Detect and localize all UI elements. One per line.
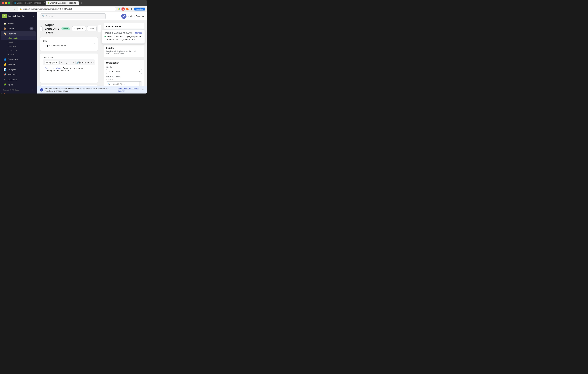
product-header: ← Super awesome jeans Active Duplicate V…: [40, 23, 98, 34]
sidebar-item-online-store-label: Online Store: [8, 93, 20, 94]
apps-icon: 🧩: [3, 83, 6, 86]
view-button[interactable]: View: [87, 26, 97, 31]
link-button[interactable]: 🔗: [76, 60, 79, 65]
sidebar-subitem-all-products[interactable]: All products: [1, 36, 36, 40]
vendor-label: Vendor: [106, 66, 142, 68]
sidebar-item-online-store[interactable]: 🏪 Online Store 👁: [1, 92, 36, 94]
top-bar: 🔍 Search AR Andrew Robbins: [37, 12, 147, 20]
description-editor[interactable]: Aut eos ad labore. Eaque ut consectetur …: [43, 65, 95, 80]
orders-icon: 📦: [3, 27, 6, 30]
search-types-input[interactable]: [111, 82, 139, 86]
code-button[interactable]: <>: [91, 60, 94, 65]
shopify-logo-icon: S: [2, 14, 7, 18]
title-input[interactable]: [43, 43, 95, 48]
browser-tab-license[interactable]: W License ‹ ShopWP Sandbox — Wor…: [12, 1, 45, 5]
close-window-button[interactable]: [2, 2, 4, 4]
popover-title: SALES CHANNELS AND APPS Manage: [105, 32, 142, 34]
sidebar-item-analytics[interactable]: 📊 Analytics: [1, 67, 36, 72]
update-button[interactable]: Update ≡: [134, 8, 145, 10]
more-actions-button[interactable]: More actions ▼: [98, 25, 101, 32]
sidebar-item-apps-label: Apps: [8, 83, 13, 86]
learn-more-link[interactable]: Learn more about store transfer: [118, 88, 141, 92]
user-avatar: AR: [121, 14, 126, 19]
sidebar-item-marketing[interactable]: 📣 Marketing: [1, 72, 36, 77]
address-text: wpstest.myshopify.com/admin/products/446…: [23, 8, 72, 10]
store-name-label: ShopWP Sandbox: [8, 15, 26, 17]
product-page-area: ← Super awesome jeans Active Duplicate V…: [37, 20, 147, 86]
minimize-window-button[interactable]: [5, 2, 7, 4]
table-button[interactable]: ⊞: [84, 60, 86, 65]
add-sales-channel-button[interactable]: +: [32, 89, 33, 91]
editor-link-text: Aut eos ad labore: [45, 67, 62, 69]
back-nav-button[interactable]: ‹: [2, 7, 6, 11]
sidebar-item-apps[interactable]: 🧩 Apps: [1, 82, 36, 87]
address-bar[interactable]: 🔒 wpstest.myshopify.com/admin/products/4…: [18, 7, 116, 11]
store-dropdown-button[interactable]: ▼: [33, 15, 34, 17]
reload-button[interactable]: ↻: [12, 7, 16, 11]
description-field-label: Description: [43, 56, 95, 59]
title-field-label: Title: [43, 40, 95, 42]
extension-icon-gear[interactable]: ⚙: [130, 7, 133, 11]
sidebar-item-orders-label: Orders: [8, 27, 14, 30]
vendor-select[interactable]: Grant Group: [106, 69, 142, 74]
bottom-bar-close-button[interactable]: ×: [142, 88, 144, 91]
sidebar-item-orders[interactable]: 📦 Orders 50: [1, 26, 36, 31]
sidebar-subitem-transfers[interactable]: Transfers: [1, 44, 36, 48]
sidebar-item-products[interactable]: 🏷️ Products: [1, 31, 36, 36]
more-toolbar-button[interactable]: •••: [87, 60, 89, 65]
browser-tab-product[interactable]: S ShopWP Sandbox ~ Products ~ ×: [46, 1, 79, 5]
extension-icon-shield[interactable]: 🔰: [117, 7, 120, 11]
back-button[interactable]: ←: [40, 26, 43, 31]
video-button[interactable]: ▶: [82, 60, 84, 65]
browser-addressbar: ‹ › ↻ 🔒 wpstest.myshopify.com/admin/prod…: [0, 6, 147, 12]
paragraph-chevron-icon: ▼: [55, 61, 57, 64]
sidebar-item-discounts-label: Discounts: [8, 78, 17, 81]
sidebar-item-products-label: Products: [8, 32, 16, 35]
new-tab-button[interactable]: +: [79, 1, 83, 5]
sidebar-subitem-inventory[interactable]: Inventory: [1, 40, 36, 44]
align-button[interactable]: ≡: [72, 60, 74, 65]
sidebar-item-finances-label: Finances: [8, 63, 17, 66]
sidebar-item-finances[interactable]: 💰 Finances: [1, 62, 36, 67]
image-button[interactable]: 🖼: [79, 60, 81, 65]
paragraph-select[interactable]: Paragraph ▼: [44, 61, 58, 64]
sidebar-subitem-gift-cards[interactable]: Gift cards: [1, 53, 36, 57]
sidebar-header: S ShopWP Sandbox ▼: [0, 12, 37, 20]
text-color-button[interactable]: A: [68, 60, 70, 65]
extension-icon-orange[interactable]: 🦊: [126, 7, 129, 11]
update-button-label: Update: [136, 8, 142, 10]
search-types-select-button[interactable]: ▾: [139, 82, 142, 86]
forward-nav-button[interactable]: ›: [7, 7, 11, 11]
app-container: S ShopWP Sandbox ▼ 🏠 Home 📦 Orders 50 🏷️…: [0, 12, 147, 94]
user-name-label: Andrew Robbins: [128, 15, 144, 17]
sidebar-subitem-collections[interactable]: Collections: [1, 49, 36, 52]
maximize-window-button[interactable]: [8, 2, 10, 4]
discounts-icon: 🏷: [3, 78, 6, 81]
product-status-badge: Active: [61, 27, 70, 30]
products-icon: 🏷️: [3, 32, 6, 35]
extension-icon-red[interactable]: A: [121, 7, 125, 11]
underline-button[interactable]: U: [65, 60, 68, 65]
product-type-field: PRODUCT TYPE Standard 🔍 ▾: [106, 76, 142, 86]
italic-button[interactable]: I: [63, 60, 65, 65]
insights-title: Insights: [106, 47, 142, 49]
analytics-icon: 📊: [3, 68, 6, 71]
sidebar-item-customers[interactable]: 👥 Customers: [1, 57, 36, 62]
sales-channels-section-label: SALES CHANNELS +: [0, 87, 37, 92]
bottom-notification-bar: i Store transfer is disabled, which mean…: [37, 86, 147, 94]
manage-channels-link[interactable]: Manage: [135, 32, 142, 34]
extension-area: 🔰 A 🦊 ⚙ Update ≡: [117, 7, 145, 11]
global-search-bar[interactable]: 🔍 Search: [40, 13, 106, 19]
browser-tabs: W License ‹ ShopWP Sandbox — Wor… S Shop…: [12, 1, 145, 5]
sidebar-item-discounts[interactable]: 🏷 Discounts: [1, 77, 36, 82]
marketing-icon: 📣: [3, 73, 6, 76]
sidebar-item-home-label: Home: [8, 22, 14, 25]
product-status-title: Product status: [104, 23, 144, 28]
insights-text: Insights will display when the product h…: [106, 50, 142, 55]
duplicate-button[interactable]: Duplicate: [72, 26, 86, 31]
bold-button[interactable]: B: [60, 60, 63, 65]
sidebar-item-home[interactable]: 🏠 Home: [1, 21, 36, 26]
online-store-visibility-icon[interactable]: 👁: [32, 93, 33, 94]
organization-title: Organization: [106, 62, 142, 64]
wp-favicon-icon: W: [14, 2, 16, 4]
